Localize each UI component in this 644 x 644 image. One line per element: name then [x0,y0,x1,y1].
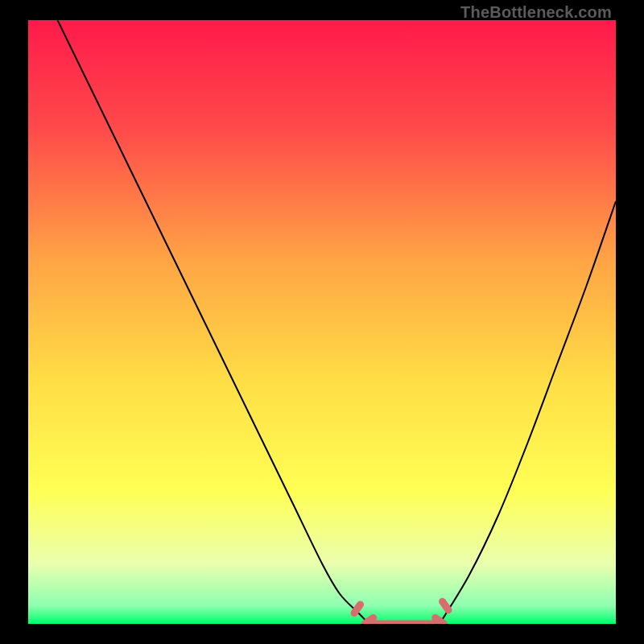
plot-area [28,20,616,624]
valley-marker-dash [443,601,448,610]
valley-marker-dash [365,618,374,624]
valley-marker-dash [354,605,360,613]
left-branch-curve [58,20,369,624]
attribution-text: TheBottleneck.com [460,3,612,22]
outer-frame: TheBottleneck.com [0,0,644,644]
valley-marker-dash [436,618,444,624]
valley-marker-dashes [354,601,448,624]
chart-curves [28,20,616,624]
right-branch-curve [440,201,616,624]
